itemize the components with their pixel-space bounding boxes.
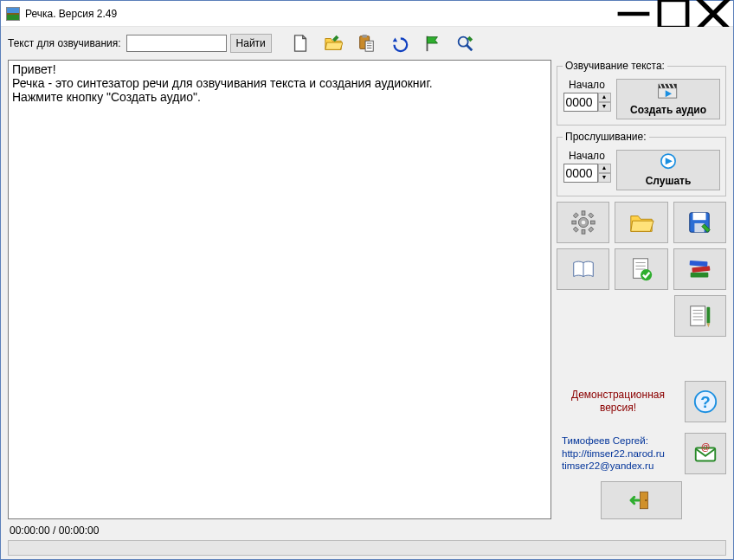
- open-button[interactable]: [615, 202, 667, 243]
- progress-bar: [8, 540, 726, 556]
- editor-textarea[interactable]: [8, 60, 551, 519]
- search-input[interactable]: [126, 35, 227, 52]
- svg-rect-38: [691, 306, 705, 326]
- svg-rect-17: [582, 211, 585, 216]
- exit-button[interactable]: [601, 481, 682, 519]
- toolbar: Текст для озвучивания: Найти: [8, 32, 726, 55]
- svg-rect-36: [692, 266, 711, 273]
- doc-check-button[interactable]: [615, 248, 667, 290]
- book-icon: [570, 256, 596, 282]
- demo-line2: версия!: [557, 402, 679, 415]
- main-row: Озвучивание текста: Начало ▲ ▼: [8, 60, 726, 519]
- svg-line-12: [467, 45, 472, 50]
- document-check-icon: [628, 256, 654, 282]
- contact-name: Тимофеев Сергей:: [562, 434, 679, 447]
- listen-start-label: Начало: [569, 150, 605, 162]
- notepad-pen-icon: [687, 303, 713, 329]
- tts-start-block: Начало ▲ ▼: [563, 79, 611, 119]
- svg-rect-22: [588, 213, 593, 218]
- titlebar: Речка. Версия 2.49: [1, 1, 733, 27]
- svg-rect-35: [691, 273, 709, 278]
- new-file-icon[interactable]: [291, 34, 310, 53]
- app-window: Речка. Версия 2.49 Текст для озвучивания…: [0, 0, 734, 560]
- app-icon: [6, 7, 20, 21]
- notepad-button[interactable]: [674, 295, 726, 337]
- books-stack-icon: [686, 256, 712, 282]
- contact-text: Тимофеев Сергей: http://timser22.narod.r…: [557, 434, 679, 472]
- contact-email[interactable]: timser22@yandex.ru: [562, 460, 679, 472]
- play-icon: [657, 153, 679, 173]
- svg-point-25: [581, 221, 585, 225]
- listen-start-input[interactable]: [563, 164, 598, 183]
- svg-rect-27: [693, 213, 706, 220]
- search-icon[interactable]: [455, 34, 474, 53]
- folder-icon: [628, 209, 654, 235]
- status-time: 00:00:00 / 00:00:00: [8, 525, 726, 538]
- tts-start-down[interactable]: ▼: [598, 102, 611, 112]
- gear-icon: [570, 209, 596, 235]
- demo-text: Демонстрационная версия!: [557, 389, 679, 415]
- listen-button[interactable]: Слушать: [616, 150, 720, 190]
- search-label: Текст для озвучивания:: [8, 37, 121, 49]
- help-icon: ?: [692, 389, 718, 415]
- listen-group: Прослушивание: Начало ▲ ▼: [557, 131, 726, 196]
- demo-row: Демонстрационная версия! ?: [557, 381, 726, 422]
- minimize-button[interactable]: [614, 1, 654, 26]
- exit-icon: [628, 487, 654, 513]
- undo-icon[interactable]: [390, 34, 409, 53]
- svg-text:@: @: [701, 442, 710, 452]
- help-button[interactable]: ?: [685, 381, 726, 422]
- open-folder-icon[interactable]: [324, 34, 343, 53]
- button-row-3: [557, 295, 726, 337]
- window-controls: [614, 1, 733, 26]
- email-icon: @: [692, 441, 718, 467]
- toolbar-icons: [291, 34, 474, 53]
- exit-row: [557, 481, 726, 519]
- svg-text:?: ?: [700, 393, 710, 411]
- listen-start-down[interactable]: ▼: [598, 173, 611, 183]
- tts-start-label: Начало: [569, 79, 605, 91]
- svg-point-49: [645, 499, 647, 501]
- flag-icon[interactable]: [422, 34, 441, 53]
- create-audio-label: Создать аудио: [630, 104, 706, 116]
- svg-rect-23: [573, 227, 578, 232]
- svg-rect-19: [572, 221, 576, 224]
- tts-legend: Озвучивание текста:: [563, 60, 667, 72]
- svg-rect-24: [588, 227, 593, 232]
- listen-legend: Прослушивание:: [563, 131, 649, 143]
- listen-start-up[interactable]: ▲: [598, 164, 611, 173]
- find-button[interactable]: Найти: [230, 34, 272, 53]
- svg-rect-5: [362, 35, 367, 38]
- save-button[interactable]: [673, 202, 726, 243]
- paste-icon[interactable]: [357, 34, 376, 53]
- svg-rect-21: [573, 213, 578, 218]
- window-title: Речка. Версия 2.49: [25, 8, 614, 20]
- listen-start-block: Начало ▲ ▼: [563, 150, 611, 190]
- demo-line1: Демонстрационная: [557, 389, 679, 402]
- button-row-1: [557, 202, 726, 243]
- tts-start-up[interactable]: ▲: [598, 93, 611, 102]
- editor-wrap: [8, 60, 551, 519]
- client-area: Текст для озвучивания: Найти: [1, 27, 733, 559]
- maximize-button[interactable]: [654, 1, 693, 26]
- close-button[interactable]: [693, 1, 733, 26]
- contact-url[interactable]: http://timser22.narod.ru: [562, 447, 679, 460]
- books-button[interactable]: [673, 248, 726, 290]
- svg-rect-20: [590, 221, 595, 224]
- settings-button[interactable]: [557, 202, 609, 243]
- svg-rect-18: [582, 229, 585, 234]
- tts-start-input[interactable]: [563, 93, 598, 112]
- svg-rect-1: [660, 0, 687, 28]
- button-row-2: [557, 248, 726, 290]
- side-panel: Озвучивание текста: Начало ▲ ▼: [557, 60, 726, 519]
- contact-row: Тимофеев Сергей: http://timser22.narod.r…: [557, 433, 726, 474]
- listen-label: Слушать: [646, 175, 692, 187]
- svg-rect-37: [690, 261, 708, 267]
- email-button[interactable]: @: [685, 433, 726, 474]
- save-icon: [686, 209, 712, 235]
- create-audio-button[interactable]: Создать аудио: [616, 79, 720, 119]
- svg-rect-43: [707, 307, 711, 324]
- book-button[interactable]: [557, 248, 609, 290]
- clapperboard-icon: [657, 82, 679, 102]
- tts-group: Озвучивание текста: Начало ▲ ▼: [557, 60, 726, 126]
